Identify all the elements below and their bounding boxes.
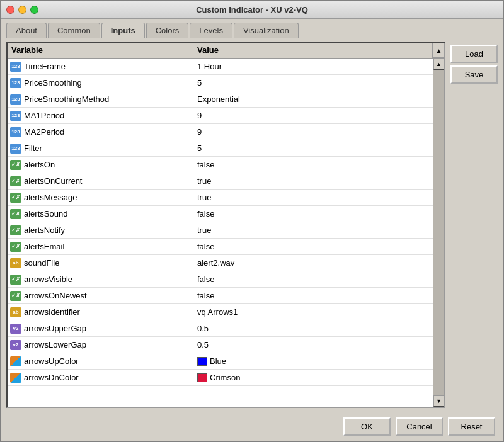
- tab-inputs[interactable]: Inputs: [101, 23, 145, 38]
- type-icon: 123: [10, 94, 21, 105]
- type-icon: 123: [10, 144, 21, 154]
- tab-common[interactable]: Common: [48, 23, 100, 38]
- var-cell: arrowsDnColor: [8, 371, 193, 384]
- value-cell: true: [193, 175, 433, 187]
- var-cell: ✓✗alertsNotify: [8, 224, 193, 237]
- value-text: false: [197, 275, 214, 284]
- scroll-up-button[interactable]: ▲: [433, 43, 444, 58]
- var-cell: 123MA2Period: [8, 126, 193, 139]
- type-icon: ✓✗: [10, 225, 21, 235]
- variable-name: arrowsIdentifier: [24, 307, 80, 317]
- variable-name: Filter: [24, 144, 42, 153]
- minimize-button[interactable]: [18, 6, 26, 14]
- var-cell: abarrowsIdentifier: [8, 306, 193, 319]
- value-cell: 5: [193, 77, 433, 89]
- content-area: Variable Value ▲ 123TimeFrame1 Hour123Pr…: [1, 38, 503, 412]
- table-header: Variable Value ▲: [8, 43, 444, 59]
- main-window: Custom Indicator - XU v2-VQ About Common…: [0, 0, 504, 442]
- value-text: 0.5: [197, 340, 209, 349]
- value-cell: 0.5: [193, 322, 433, 334]
- table-wrapper: 123TimeFrame1 Hour123PriceSmoothing5123P…: [8, 59, 444, 407]
- scrollbar[interactable]: ▲ ▼: [433, 59, 444, 407]
- value-cell: alert2.wav: [193, 257, 433, 269]
- type-icon: ✓✗: [10, 160, 21, 170]
- var-cell: ✓✗arrowsVisible: [8, 273, 193, 286]
- table-row[interactable]: abarrowsIdentifiervq Arrows1: [8, 304, 433, 320]
- value-cell: Crimson: [193, 371, 433, 383]
- value-text: 5: [197, 78, 202, 88]
- type-icon: 123: [10, 78, 21, 88]
- type-icon: ab: [10, 258, 21, 268]
- variable-name: arrowsLowerGap: [24, 340, 86, 349]
- variable-name: arrowsOnNewest: [24, 291, 87, 300]
- value-text: false: [197, 242, 214, 251]
- close-button[interactable]: [6, 6, 14, 14]
- tab-visualization[interactable]: Visualization: [234, 23, 299, 38]
- type-icon: ✓✗: [10, 242, 21, 252]
- type-icon: 123: [10, 62, 21, 72]
- variable-name: alertsOnCurrent: [24, 176, 82, 186]
- table-row[interactable]: 123Filter5: [8, 140, 433, 157]
- data-table: Variable Value ▲ 123TimeFrame1 Hour123Pr…: [6, 42, 445, 408]
- tab-levels[interactable]: Levels: [190, 23, 232, 38]
- window-controls: [6, 6, 38, 14]
- var-cell: v2arrowsUpperGap: [8, 322, 193, 335]
- value-text: vq Arrows1: [197, 307, 238, 317]
- value-text: alert2.wav: [197, 258, 234, 268]
- color-swatch: [197, 373, 207, 382]
- window-title: Custom Indicator - XU v2-VQ: [196, 5, 308, 14]
- scroll-down-arrow[interactable]: ▼: [433, 395, 445, 407]
- table-row[interactable]: arrowsUpColorBlue: [8, 353, 433, 370]
- table-row[interactable]: ✓✗arrowsVisiblefalse: [8, 271, 433, 288]
- cancel-button[interactable]: Cancel: [396, 417, 443, 436]
- var-cell: ✓✗alertsSound: [8, 208, 193, 220]
- type-icon: ab: [10, 307, 21, 317]
- value-cell: Exponential: [193, 93, 433, 105]
- reset-button[interactable]: Reset: [448, 417, 495, 436]
- table-row[interactable]: ✓✗alertsOnCurrenttrue: [8, 173, 433, 190]
- tab-colors[interactable]: Colors: [146, 23, 189, 38]
- value-cell: vq Arrows1: [193, 306, 433, 318]
- table-row[interactable]: 123MA2Period9: [8, 124, 433, 140]
- title-bar: Custom Indicator - XU v2-VQ: [1, 1, 503, 19]
- table-row[interactable]: ✓✗alertsMessagetrue: [8, 190, 433, 206]
- type-icon: ✓✗: [10, 291, 21, 301]
- load-button[interactable]: Load: [450, 45, 498, 63]
- var-cell: v2arrowsLowerGap: [8, 339, 193, 351]
- save-button[interactable]: Save: [450, 65, 498, 84]
- value-cell: 9: [193, 126, 433, 138]
- table-body: 123TimeFrame1 Hour123PriceSmoothing5123P…: [8, 59, 433, 407]
- scroll-track[interactable]: [433, 70, 445, 395]
- table-row[interactable]: v2arrowsUpperGap0.5: [8, 320, 433, 337]
- table-row[interactable]: ✓✗alertsOnfalse: [8, 157, 433, 173]
- variable-name: alertsEmail: [24, 242, 64, 251]
- table-row[interactable]: 123PriceSmoothingMethodExponential: [8, 91, 433, 108]
- table-row[interactable]: absoundFilealert2.wav: [8, 255, 433, 271]
- ok-button[interactable]: OK: [343, 417, 391, 436]
- table-row[interactable]: 123MA1Period9: [8, 108, 433, 124]
- type-icon: 123: [10, 127, 21, 137]
- column-header-variable: Variable: [8, 43, 193, 58]
- table-row[interactable]: ✓✗arrowsOnNewestfalse: [8, 288, 433, 304]
- tab-about[interactable]: About: [6, 23, 47, 38]
- table-row[interactable]: ✓✗alertsNotifytrue: [8, 222, 433, 239]
- var-cell: arrowsUpColor: [8, 355, 193, 368]
- variable-name: arrowsUpperGap: [24, 324, 86, 333]
- table-row[interactable]: ✓✗alertsSoundfalse: [8, 206, 433, 222]
- type-icon: ✓✗: [10, 193, 21, 203]
- column-header-value: Value: [193, 43, 433, 58]
- value-text: true: [197, 225, 211, 235]
- table-row[interactable]: ✓✗alertsEmailfalse: [8, 239, 433, 255]
- table-row[interactable]: 123TimeFrame1 Hour: [8, 59, 433, 75]
- type-icon: [10, 356, 21, 366]
- value-text: Blue: [210, 356, 226, 366]
- variable-name: alertsMessage: [24, 193, 77, 202]
- value-cell: false: [193, 241, 433, 252]
- table-row[interactable]: v2arrowsLowerGap0.5: [8, 337, 433, 353]
- table-row[interactable]: arrowsDnColorCrimson: [8, 370, 433, 386]
- scroll-up-arrow[interactable]: ▲: [433, 59, 445, 70]
- maximize-button[interactable]: [30, 6, 38, 14]
- table-row[interactable]: 123PriceSmoothing5: [8, 75, 433, 91]
- variable-name: TimeFrame: [24, 62, 66, 71]
- value-text: false: [197, 209, 214, 218]
